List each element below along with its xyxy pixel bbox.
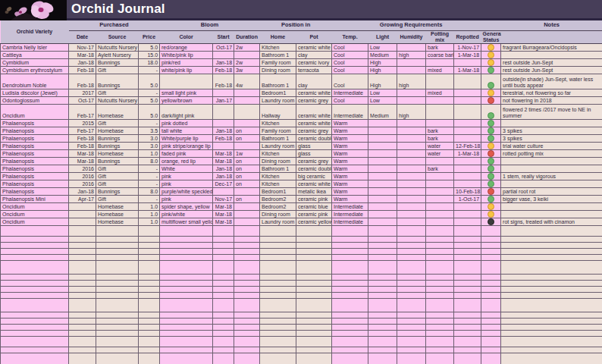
cell-empty-source[interactable]	[96, 330, 139, 336]
cell-price[interactable]: 1.0	[139, 218, 160, 225]
cell-empty-potting[interactable]	[426, 353, 454, 364]
cell-empty-humidity[interactable]	[397, 347, 426, 353]
cell-empty-temp[interactable]	[332, 236, 368, 242]
cell-empty-status[interactable]	[481, 248, 501, 254]
cell-empty-pot[interactable]	[296, 225, 332, 236]
cell-date[interactable]: 2016	[69, 172, 96, 180]
cell-empty-start[interactable]	[213, 292, 234, 298]
col-header-source[interactable]: Source	[96, 30, 139, 43]
cell-duration[interactable]	[234, 218, 260, 225]
cell-repotted[interactable]	[454, 58, 481, 66]
cell-light[interactable]	[368, 134, 397, 142]
cell-variety[interactable]: Phalaenopsis	[1, 180, 69, 187]
cell-potting[interactable]	[426, 180, 454, 187]
cell-empty-humidity[interactable]	[397, 280, 426, 286]
cell-potting[interactable]	[426, 187, 454, 195]
cell-repotted[interactable]	[454, 157, 481, 165]
col-header-potting[interactable]: Potting mix	[426, 30, 454, 43]
cell-duration[interactable]: 2w	[234, 58, 260, 66]
cell-repotted[interactable]	[454, 134, 481, 142]
cell-repotted[interactable]	[454, 104, 481, 119]
cell-start[interactable]: Feb-18	[213, 134, 234, 142]
cell-potting[interactable]	[426, 157, 454, 165]
cell-repotted[interactable]	[454, 89, 481, 96]
cell-temp[interactable]: Warm	[332, 195, 368, 202]
col-header-start[interactable]: Start	[213, 30, 234, 43]
cell-empty-humidity[interactable]	[397, 242, 426, 248]
cell-color[interactable]: purple/white speckled	[160, 187, 213, 195]
cell-duration[interactable]	[234, 210, 260, 218]
cell-empty-duration[interactable]	[234, 292, 260, 298]
col-header-repotted[interactable]: Repotted	[454, 30, 481, 43]
cell-light[interactable]	[368, 142, 397, 149]
cell-pot[interactable]: clay	[296, 51, 332, 58]
cell-empty-status[interactable]	[481, 347, 501, 353]
cell-temp[interactable]: Intermediate	[332, 210, 368, 218]
cell-pot[interactable]: ceramic double	[296, 165, 332, 172]
cell-empty-status[interactable]	[481, 330, 501, 336]
cell-empty-home[interactable]	[260, 225, 296, 236]
cell-humidity[interactable]	[397, 58, 426, 66]
cell-empty-price[interactable]	[139, 292, 160, 298]
cell-empty-source[interactable]	[96, 292, 139, 298]
cell-humidity[interactable]	[397, 96, 426, 104]
cell-empty-variety[interactable]	[1, 280, 69, 286]
cell-empty-temp[interactable]	[332, 254, 368, 260]
cell-empty-duration[interactable]	[234, 347, 260, 353]
cell-empty-variety[interactable]	[1, 336, 69, 347]
cell-source[interactable]: Nutcutts Nursery	[96, 43, 139, 51]
cell-light[interactable]	[368, 165, 397, 172]
cell-empty-color[interactable]	[160, 260, 213, 274]
cell-status[interactable]	[481, 180, 501, 187]
cell-empty-humidity[interactable]	[397, 286, 426, 292]
cell-pot[interactable]: clay	[296, 74, 332, 89]
cell-empty-repotted[interactable]	[454, 336, 481, 347]
cell-status[interactable]	[481, 127, 501, 134]
cell-empty-duration[interactable]	[234, 274, 260, 280]
cell-empty-notes[interactable]	[501, 324, 602, 330]
cell-home[interactable]: Bathroom 1	[260, 51, 296, 58]
cell-empty-price[interactable]	[139, 298, 160, 312]
cell-empty-light[interactable]	[368, 242, 397, 248]
cell-start[interactable]	[213, 119, 234, 127]
cell-repotted[interactable]	[454, 74, 481, 89]
cell-empty-light[interactable]	[368, 248, 397, 254]
cell-source[interactable]: Gift	[96, 195, 139, 202]
cell-status[interactable]	[481, 119, 501, 127]
cell-empty-start[interactable]	[213, 274, 234, 280]
cell-humidity[interactable]	[397, 134, 426, 142]
cell-color[interactable]: orange, red lip	[160, 157, 213, 165]
cell-empty-variety[interactable]	[1, 254, 69, 260]
col-header-orchid-variety[interactable]: Orchid Variety	[1, 20, 69, 43]
cell-empty-notes[interactable]	[501, 347, 602, 353]
cell-color[interactable]: pink stripe/orange lip	[160, 142, 213, 149]
cell-empty-pot[interactable]	[296, 236, 332, 242]
cell-notes[interactable]: rotted potting mix	[501, 149, 602, 157]
cell-empty-color[interactable]	[160, 336, 213, 347]
cell-humidity[interactable]	[397, 187, 426, 195]
cell-empty-date[interactable]	[69, 225, 96, 236]
col-header-humidity[interactable]: Humidity	[397, 30, 426, 43]
cell-empty-color[interactable]	[160, 347, 213, 353]
col-header-duration[interactable]: Duration	[234, 30, 260, 43]
cell-variety[interactable]: Oncidium	[1, 104, 69, 119]
cell-empty-start[interactable]	[213, 312, 234, 318]
cell-home[interactable]: Hallway	[260, 104, 296, 119]
cell-empty-humidity[interactable]	[397, 330, 426, 336]
cell-home[interactable]: Bathroom 1	[260, 134, 296, 142]
cell-empty-notes[interactable]	[501, 236, 602, 242]
cell-repotted[interactable]: 1-Mar-18	[454, 51, 481, 58]
cell-pot[interactable]: ceramic pink	[296, 195, 332, 202]
cell-empty-temp[interactable]	[332, 330, 368, 336]
cell-temp[interactable]: Intermediate	[332, 89, 368, 96]
cell-empty-source[interactable]	[96, 353, 139, 364]
cell-color[interactable]: pink	[160, 180, 213, 187]
cell-start[interactable]: Jan-18	[213, 172, 234, 180]
cell-humidity[interactable]	[397, 119, 426, 127]
cell-notes[interactable]: rot signs, treated with cinamon	[501, 218, 602, 225]
cell-empty-start[interactable]	[213, 298, 234, 312]
cell-empty-home[interactable]	[260, 248, 296, 254]
cell-empty-light[interactable]	[368, 353, 397, 364]
group-header-purchased[interactable]: Purchased	[69, 20, 160, 30]
cell-empty-duration[interactable]	[234, 318, 260, 324]
